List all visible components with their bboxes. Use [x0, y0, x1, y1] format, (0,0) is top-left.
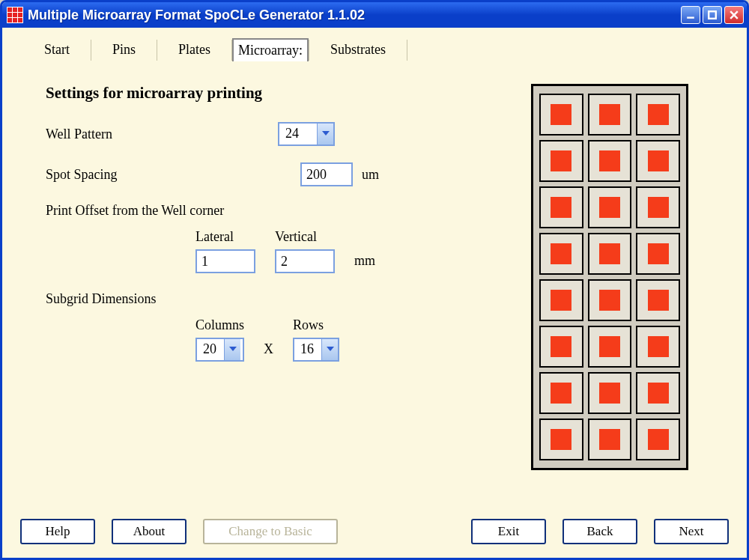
tab-plates[interactable]: Plates	[157, 39, 231, 61]
client-area: Start Pins Plates Microarray: Substrates…	[2, 28, 747, 558]
well-cell	[539, 419, 583, 460]
subgrid-separator: X	[264, 341, 273, 362]
well-pattern-value: 24	[279, 124, 317, 144]
offset-lateral-input[interactable]	[195, 249, 255, 273]
well-cell	[588, 419, 632, 460]
well-spot	[599, 150, 620, 171]
bottom-bar: Help About Change to Basic Exit Back Nex…	[16, 519, 733, 544]
chevron-down-icon	[317, 124, 333, 144]
offset-row: Lateral Vertical mm	[195, 229, 501, 273]
well-spot	[599, 290, 620, 311]
minimize-icon	[686, 10, 695, 19]
next-button[interactable]: Next	[654, 519, 729, 544]
well-spot	[551, 243, 571, 264]
well-cell	[588, 186, 632, 228]
chevron-down-icon	[321, 339, 338, 360]
offset-lateral-col: Lateral	[195, 229, 255, 273]
subgrid-rows-select[interactable]: 16	[293, 338, 339, 362]
well-pattern-select[interactable]: 24	[278, 122, 335, 146]
help-button[interactable]: Help	[20, 519, 95, 544]
spot-spacing-input[interactable]	[300, 162, 353, 186]
well-spot	[551, 104, 571, 125]
minimize-button[interactable]	[681, 6, 700, 24]
well-spot	[648, 429, 669, 450]
spot-spacing-unit: um	[362, 167, 379, 183]
well-cell	[636, 233, 680, 275]
well-pattern-label: Well Pattern	[46, 127, 218, 142]
well-cell	[636, 186, 680, 228]
well-cell	[636, 419, 680, 460]
tab-microarray[interactable]: Microarray:	[232, 38, 309, 61]
well-spot	[648, 150, 669, 171]
tab-separator	[407, 40, 407, 61]
form-area: Settings for microarray printing Well Pa…	[16, 84, 501, 510]
offset-lateral-label: Lateral	[195, 229, 255, 245]
well-cell	[636, 140, 680, 182]
well-cell	[539, 372, 583, 414]
svg-marker-4	[322, 131, 330, 136]
well-plate	[531, 84, 688, 470]
well-cell	[539, 233, 583, 275]
well-preview	[531, 84, 688, 510]
well-spot	[648, 243, 669, 264]
well-cell	[539, 94, 583, 136]
change-to-basic-button[interactable]: Change to Basic	[203, 519, 338, 544]
content-row: Settings for microarray printing Well Pa…	[16, 84, 733, 510]
tab-start[interactable]: Start	[23, 39, 91, 61]
subgrid-label: Subgrid Dimensions	[46, 291, 501, 307]
well-cell	[539, 326, 583, 368]
well-spot	[551, 290, 571, 311]
well-cell	[636, 94, 680, 136]
chevron-down-icon	[224, 339, 240, 360]
subgrid-columns-value: 20	[197, 339, 224, 360]
well-spot	[648, 336, 669, 357]
well-spot	[599, 429, 620, 450]
well-spot	[648, 197, 669, 218]
exit-button[interactable]: Exit	[471, 519, 546, 544]
well-cell	[588, 94, 632, 136]
offset-vertical-input[interactable]	[275, 249, 335, 273]
titlebar: Multiple Microarray Format SpoCLe Genera…	[2, 2, 747, 28]
well-cell	[636, 326, 680, 368]
well-spot	[599, 243, 620, 264]
maximize-icon	[708, 10, 717, 19]
well-pattern-row: Well Pattern 24	[46, 122, 501, 146]
well-spot	[551, 429, 571, 450]
offset-vertical-col: Vertical	[275, 229, 335, 273]
subgrid-rows-value: 16	[294, 339, 321, 360]
well-cell	[588, 140, 632, 182]
svg-marker-5	[229, 347, 237, 351]
back-button[interactable]: Back	[562, 519, 637, 544]
offset-label: Print Offset from the Well corner	[46, 203, 501, 219]
well-spot	[599, 104, 620, 125]
well-spot	[551, 150, 571, 171]
window-title: Multiple Microarray Format SpoCLe Genera…	[28, 7, 681, 23]
well-spot	[551, 383, 571, 404]
svg-marker-6	[327, 347, 334, 351]
well-spot	[648, 290, 669, 311]
well-spot	[551, 197, 571, 218]
tab-pins[interactable]: Pins	[91, 39, 157, 61]
offset-vertical-label: Vertical	[275, 229, 335, 245]
maximize-button[interactable]	[703, 6, 722, 24]
subgrid-rows-label: Rows	[293, 317, 339, 333]
subgrid-columns-select[interactable]: 20	[195, 338, 244, 362]
about-button[interactable]: About	[112, 519, 187, 544]
subgrid-row: Columns 20 X Rows 16	[195, 317, 501, 362]
subgrid-columns-label: Columns	[195, 317, 244, 333]
well-cell	[588, 372, 632, 414]
well-cell	[539, 186, 583, 228]
app-window: Multiple Microarray Format SpoCLe Genera…	[0, 0, 749, 560]
well-spot	[648, 383, 669, 404]
well-spot	[551, 336, 571, 357]
well-spot	[599, 336, 620, 357]
subgrid-columns-col: Columns 20	[195, 317, 244, 362]
subgrid-rows-col: Rows 16	[293, 317, 339, 362]
spot-spacing-row: Spot Spacing um	[46, 162, 501, 186]
app-icon	[7, 7, 23, 23]
tab-substrates[interactable]: Substrates	[309, 39, 407, 61]
close-button[interactable]	[724, 6, 744, 24]
well-spot	[648, 104, 669, 125]
window-controls	[681, 6, 744, 24]
well-cell	[636, 372, 680, 414]
